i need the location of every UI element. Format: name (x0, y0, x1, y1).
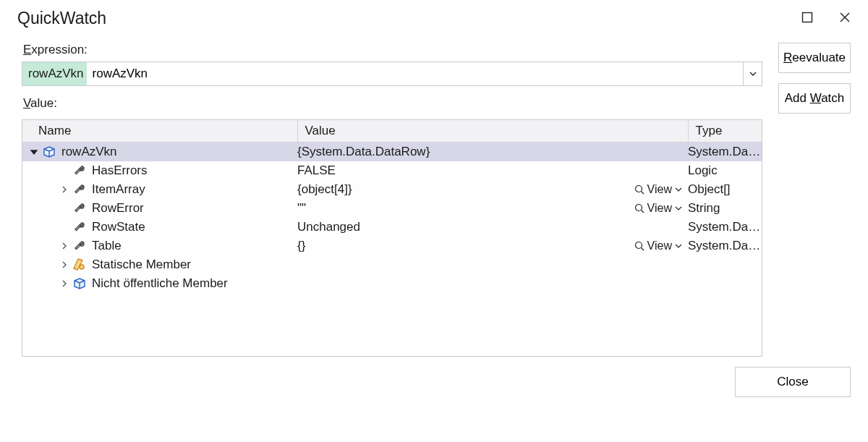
wrench-icon (72, 238, 88, 254)
row-value: {object[4]} (297, 182, 352, 197)
expander-icon (57, 163, 72, 178)
title-bar: QuickWatch (0, 0, 868, 34)
svg-point-12 (80, 265, 84, 269)
table-row[interactable]: rowAzVkn{System.Data.DataRow}System.Data… (22, 143, 762, 162)
table-row[interactable]: RowError""ViewString (22, 199, 762, 218)
row-name: HasErrors (92, 163, 148, 178)
svg-line-10 (641, 248, 644, 251)
row-type: Object[] (688, 180, 762, 199)
column-header-type[interactable]: Type (688, 120, 762, 143)
window-title: QuickWatch (17, 9, 106, 28)
expander-icon[interactable] (57, 258, 72, 272)
row-type: String (688, 199, 762, 218)
expander-icon[interactable] (57, 182, 72, 197)
expander-icon (57, 201, 72, 216)
expression-dropdown-button[interactable] (743, 62, 762, 85)
close-icon[interactable] (839, 12, 851, 26)
add-watch-button[interactable]: Add Watch (778, 83, 851, 114)
column-header-value[interactable]: Value (297, 120, 688, 143)
chevron-down-icon (675, 244, 682, 248)
svg-point-7 (635, 205, 642, 211)
table-row[interactable]: Statische Member (22, 255, 762, 274)
chevron-down-icon (675, 206, 682, 211)
row-name: Statische Member (92, 258, 191, 272)
row-name: RowState (92, 220, 145, 234)
svg-marker-3 (31, 150, 37, 154)
close-button[interactable]: Close (735, 367, 851, 397)
wrench-icon (72, 200, 88, 216)
cube-icon (41, 144, 57, 160)
cube2-icon (72, 276, 88, 292)
wrench-icon (72, 163, 88, 179)
svg-point-5 (635, 186, 642, 192)
svg-point-9 (635, 242, 642, 249)
view-button[interactable]: View (634, 183, 682, 196)
chevron-down-icon (675, 187, 682, 192)
svg-line-8 (641, 211, 644, 213)
row-type: System.Data.DataRow (688, 143, 762, 162)
svg-line-6 (641, 192, 644, 195)
row-name: ItemArray (92, 182, 145, 197)
expander-icon[interactable] (57, 239, 72, 253)
expression-input[interactable] (87, 62, 743, 85)
reevaluate-button[interactable]: Reevaluate (778, 43, 851, 73)
row-type: Logic (688, 161, 762, 180)
row-type (688, 274, 762, 293)
row-value: {} (297, 239, 305, 253)
row-type: System.Data.DataTa… (688, 237, 762, 255)
row-name: rowAzVkn (61, 145, 117, 159)
view-button[interactable]: View (634, 239, 682, 252)
left-column: Expression: rowAzVkn Value: Name Value T… (22, 38, 762, 357)
key-icon (72, 257, 88, 273)
row-value: "" (297, 201, 306, 216)
expander-icon[interactable] (57, 276, 72, 291)
row-name: RowError (92, 201, 144, 216)
row-type: System.Data.DataRo… (688, 218, 762, 237)
expression-label: Expression: (23, 43, 762, 57)
content-area: Expression: rowAzVkn Value: Name Value T… (0, 34, 868, 357)
right-column: Reevaluate Add Watch (778, 38, 851, 357)
table-row[interactable]: HasErrorsFALSELogic (22, 161, 762, 180)
maximize-icon[interactable] (801, 12, 813, 26)
window-controls (801, 12, 854, 26)
wrench-icon (72, 219, 88, 235)
wrench-icon (72, 182, 88, 197)
table-row[interactable]: Nicht öffentliche Member (22, 274, 762, 293)
row-value: FALSE (297, 163, 336, 178)
table-row[interactable]: ItemArray{object[4]}ViewObject[] (22, 180, 762, 199)
value-label: Value: (23, 96, 762, 111)
footer: Close (0, 357, 868, 397)
column-header-name[interactable]: Name (22, 120, 297, 143)
row-type (688, 255, 762, 274)
expander-icon (57, 220, 72, 234)
value-grid: Name Value Type rowAzVkn{System.Data.Dat… (22, 119, 762, 357)
row-value: Unchanged (297, 220, 360, 234)
table-row[interactable]: RowStateUnchangedSystem.Data.DataRo… (22, 218, 762, 237)
row-name: Table (92, 239, 122, 253)
expander-icon[interactable] (27, 145, 41, 159)
svg-rect-0 (803, 12, 812, 22)
view-button[interactable]: View (634, 202, 682, 215)
expression-combobox[interactable]: rowAzVkn (22, 61, 762, 86)
row-value: {System.Data.DataRow} (297, 145, 430, 159)
table-row[interactable]: Table{}ViewSystem.Data.DataTa… (22, 237, 762, 255)
expression-input-selection: rowAzVkn (22, 62, 87, 85)
row-name: Nicht öffentliche Member (92, 276, 228, 291)
